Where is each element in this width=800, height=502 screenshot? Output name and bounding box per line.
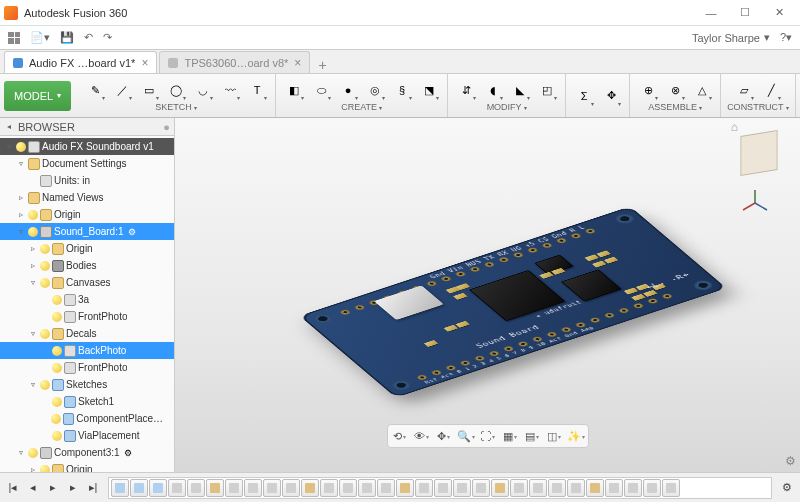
nav-display-button[interactable]: ▦ xyxy=(500,427,520,445)
timeline-track[interactable] xyxy=(108,477,772,499)
nav-fit-button[interactable]: ⛶ xyxy=(478,427,498,445)
toolbar-group-label[interactable]: CREATE xyxy=(341,102,382,112)
tree-twisty-icon[interactable]: ▿ xyxy=(28,278,38,287)
chamfer-button[interactable]: ◣ xyxy=(508,79,532,101)
timeline-feature[interactable] xyxy=(320,479,338,497)
gear-icon[interactable]: ⚙ xyxy=(124,448,132,458)
viewcube[interactable] xyxy=(734,128,786,180)
rigid-button[interactable]: △ xyxy=(690,79,714,101)
tree-node[interactable]: 3a xyxy=(0,291,174,308)
timeline-feature[interactable] xyxy=(149,479,167,497)
sigma-button[interactable]: Σ xyxy=(572,85,596,107)
timeline-feature[interactable] xyxy=(301,479,319,497)
nav-zoom-button[interactable]: 🔍 xyxy=(456,427,476,445)
tree-node[interactable]: FrontPhoto xyxy=(0,308,174,325)
visibility-bulb-icon[interactable] xyxy=(40,278,50,288)
save-icon[interactable]: 💾 xyxy=(60,31,74,44)
visibility-bulb-icon[interactable] xyxy=(28,448,38,458)
tree-node[interactable]: ▹Origin xyxy=(0,461,174,472)
timeline-prev-button[interactable]: ◂ xyxy=(24,479,42,497)
pipe-button[interactable]: ⬔ xyxy=(417,79,441,101)
maximize-button[interactable]: ☐ xyxy=(728,1,762,25)
timeline-feature[interactable] xyxy=(377,479,395,497)
timeline-feature[interactable] xyxy=(662,479,680,497)
timeline-start-button[interactable]: |◂ xyxy=(4,479,22,497)
timeline-feature[interactable] xyxy=(244,479,262,497)
close-tab-icon[interactable]: × xyxy=(294,56,301,70)
undo-icon[interactable]: ↶ xyxy=(84,31,93,44)
tree-twisty-icon[interactable]: ▿ xyxy=(16,159,26,168)
document-tab-inactive[interactable]: TPS63060…oard v8* × xyxy=(159,51,310,73)
nav-viewports-button[interactable]: ◫ xyxy=(544,427,564,445)
timeline-feature[interactable] xyxy=(282,479,300,497)
circle-button[interactable]: ◯ xyxy=(164,79,188,101)
tree-node[interactable]: ▿Audio FX Soundboard v1 xyxy=(0,138,174,155)
tree-node[interactable]: ▹Bodies xyxy=(0,257,174,274)
tree-node[interactable]: BackPhoto xyxy=(0,342,174,359)
tree-twisty-icon[interactable]: ▹ xyxy=(16,193,26,202)
timeline-feature[interactable] xyxy=(529,479,547,497)
box-button[interactable]: ◧ xyxy=(282,79,306,101)
line-button[interactable]: ／ xyxy=(110,79,134,101)
visibility-bulb-icon[interactable] xyxy=(28,210,38,220)
nav-look-button[interactable]: 👁 xyxy=(412,427,432,445)
nav-fx-button[interactable]: ✨ xyxy=(566,427,586,445)
workspace-switcher[interactable]: MODEL xyxy=(4,81,71,111)
tree-twisty-icon[interactable]: ▹ xyxy=(16,210,26,219)
timeline-settings-icon[interactable]: ⚙ xyxy=(778,479,796,497)
visibility-bulb-icon[interactable] xyxy=(40,261,50,271)
spline-button[interactable]: 〰 xyxy=(218,79,242,101)
timeline-feature[interactable] xyxy=(510,479,528,497)
timeline-feature[interactable] xyxy=(548,479,566,497)
coil-button[interactable]: § xyxy=(390,79,414,101)
toolbar-group-label[interactable]: CONSTRUCT xyxy=(727,102,789,112)
axis-button[interactable]: ╱ xyxy=(759,79,783,101)
redo-icon[interactable]: ↷ xyxy=(103,31,112,44)
visibility-bulb-icon[interactable] xyxy=(52,363,62,373)
timeline-feature[interactable] xyxy=(396,479,414,497)
toolbar-group-label[interactable]: MODIFY xyxy=(487,102,527,112)
timeline-feature[interactable] xyxy=(586,479,604,497)
tree-twisty-icon[interactable]: ▹ xyxy=(28,261,38,270)
tree-node[interactable]: FrontPhoto xyxy=(0,359,174,376)
visibility-bulb-icon[interactable] xyxy=(40,244,50,254)
visibility-bulb-icon[interactable] xyxy=(28,227,38,237)
minimize-button[interactable]: — xyxy=(694,1,728,25)
tree-twisty-icon[interactable]: ▿ xyxy=(28,329,38,338)
tree-twisty-icon[interactable]: ▿ xyxy=(16,448,26,457)
tree-node[interactable]: ▹Origin xyxy=(0,206,174,223)
toolbar-group-label[interactable]: SKETCH xyxy=(155,102,197,112)
move-button[interactable]: ✥ xyxy=(599,85,623,107)
tree-node[interactable]: ▿Component3:1⚙ xyxy=(0,444,174,461)
sketch-create-button[interactable]: ✎ xyxy=(83,79,107,101)
shell-button[interactable]: ◰ xyxy=(535,79,559,101)
timeline-feature[interactable] xyxy=(339,479,357,497)
file-menu-icon[interactable]: 📄▾ xyxy=(30,31,50,44)
tree-node[interactable]: ▹Origin xyxy=(0,240,174,257)
tree-node[interactable]: ▿Sound_Board:1⚙ xyxy=(0,223,174,240)
as-built-button[interactable]: ⊗ xyxy=(663,79,687,101)
timeline-play-button[interactable]: ▸ xyxy=(44,479,62,497)
torus-button[interactable]: ◎ xyxy=(363,79,387,101)
tree-node[interactable]: Units: in xyxy=(0,172,174,189)
tree-twisty-icon[interactable]: ▹ xyxy=(28,465,38,472)
plane-button[interactable]: ▱ xyxy=(732,79,756,101)
new-tab-button[interactable]: + xyxy=(312,57,332,73)
timeline-feature[interactable] xyxy=(358,479,376,497)
timeline-feature[interactable] xyxy=(472,479,490,497)
nav-pan-button[interactable]: ✥ xyxy=(434,427,454,445)
visibility-bulb-icon[interactable] xyxy=(40,329,50,339)
help-icon[interactable]: ?▾ xyxy=(780,31,792,44)
timeline-next-button[interactable]: ▸ xyxy=(64,479,82,497)
data-panel-icon[interactable] xyxy=(8,32,20,44)
tree-node[interactable]: Sketch1 xyxy=(0,393,174,410)
cylinder-button[interactable]: ⬭ xyxy=(309,79,333,101)
press-pull-button[interactable]: ⇵ xyxy=(454,79,478,101)
tree-node[interactable]: ▹Named Views xyxy=(0,189,174,206)
timeline-feature[interactable] xyxy=(624,479,642,497)
timeline-feature[interactable] xyxy=(643,479,661,497)
timeline-feature[interactable] xyxy=(434,479,452,497)
tree-node[interactable]: ViaPlacement xyxy=(0,427,174,444)
close-tab-icon[interactable]: × xyxy=(141,56,148,70)
timeline-feature[interactable] xyxy=(567,479,585,497)
